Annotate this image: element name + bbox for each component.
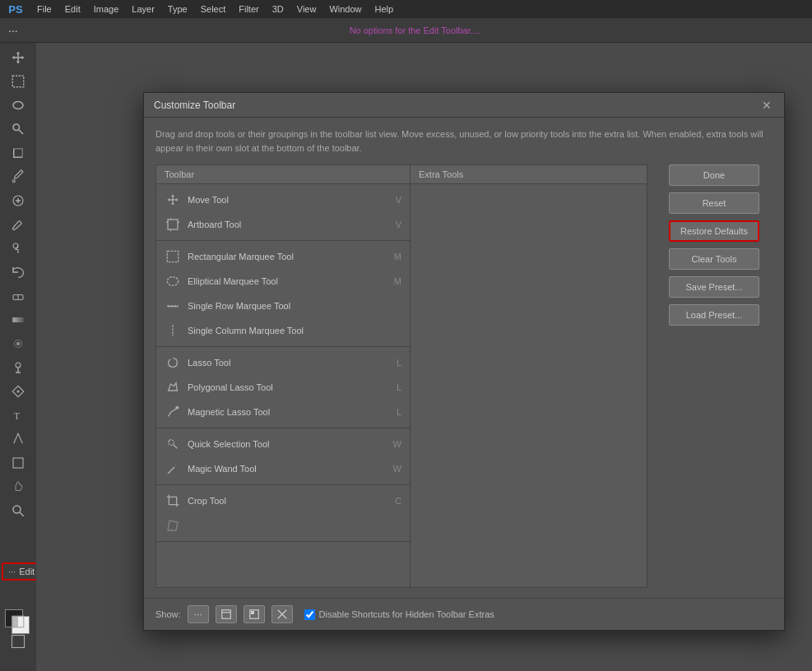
- svg-rect-0: [12, 76, 24, 87]
- restore-defaults-button[interactable]: Restore Defaults: [669, 220, 759, 242]
- tool-group-lasso: Lasso Tool L Polygonal Lasso Tool L: [156, 347, 410, 428]
- tool-path-select[interactable]: [3, 428, 33, 451]
- tool-pen[interactable]: [3, 380, 33, 403]
- tool-crop[interactable]: [3, 141, 33, 164]
- tool-brush[interactable]: [3, 213, 33, 236]
- footer-icon-btn3[interactable]: [271, 605, 293, 623]
- svg-point-13: [16, 342, 21, 346]
- tool-row-mag-lasso[interactable]: Magnetic Lasso Tool L: [156, 400, 410, 424]
- disable-shortcuts-label[interactable]: Disable Shortcuts for Hidden Toolbar Ext…: [319, 609, 494, 619]
- tool-clone[interactable]: [3, 237, 33, 260]
- footer-icon-btn1[interactable]: [216, 605, 237, 623]
- tool-group-move: Move Tool V Artboard Tool V: [156, 184, 410, 241]
- tool-text[interactable]: T: [3, 404, 33, 427]
- save-preset-button[interactable]: Save Preset...: [669, 276, 759, 298]
- options-dots[interactable]: ···: [8, 24, 18, 37]
- svg-rect-23: [12, 616, 18, 627]
- single-row-marquee-icon: [165, 298, 181, 314]
- poly-lasso-tool-name: Polygonal Lasso Tool: [188, 382, 382, 392]
- tool-row-artboard[interactable]: Artboard Tool V: [156, 212, 410, 237]
- tool-hand[interactable]: [3, 475, 33, 498]
- extra-tools-header: Extra Tools: [411, 165, 647, 184]
- tool-row-poly-lasso[interactable]: Polygonal Lasso Tool L: [156, 375, 410, 400]
- tool-blur[interactable]: [3, 332, 33, 355]
- footer-icon-btn2[interactable]: [244, 605, 265, 623]
- clear-tools-button[interactable]: Clear Tools: [669, 248, 759, 270]
- tool-quick-mask[interactable]: [3, 612, 33, 632]
- menu-help[interactable]: Help: [369, 2, 400, 16]
- show-label: Show:: [155, 609, 181, 619]
- menu-image[interactable]: Image: [88, 2, 125, 16]
- tool-lasso[interactable]: [3, 94, 33, 117]
- ellipse-marquee-shortcut: M: [388, 276, 401, 286]
- tool-screen-mode[interactable]: [3, 630, 33, 653]
- done-button[interactable]: Done: [669, 164, 759, 186]
- menu-type[interactable]: Type: [162, 2, 193, 16]
- svg-point-4: [12, 180, 15, 183]
- menu-select[interactable]: Select: [195, 2, 232, 16]
- svg-rect-24: [12, 636, 25, 648]
- footer-dots-btn[interactable]: ···: [188, 605, 209, 623]
- magic-wand-tool-name: Magic Wand Tool: [188, 464, 382, 474]
- footer-checkbox-container: Disable Shortcuts for Hidden Toolbar Ext…: [304, 609, 494, 620]
- tool-row-ellipse-marquee[interactable]: Elliptical Marquee Tool M: [156, 269, 410, 294]
- dialog-overlay: Customize Toolbar ✕ Drag and drop tools …: [36, 43, 812, 671]
- svg-rect-41: [251, 612, 253, 614]
- edit-toolbar-dots: ···: [8, 567, 16, 576]
- customize-toolbar-dialog: Customize Toolbar ✕ Drag and drop tools …: [143, 92, 785, 631]
- load-preset-button[interactable]: Load Preset...: [669, 304, 759, 326]
- tool-marquee[interactable]: [3, 70, 33, 93]
- svg-rect-30: [167, 251, 178, 261]
- columns-container: Toolbar Move Tool V: [155, 164, 647, 588]
- menu-filter[interactable]: Filter: [233, 2, 264, 16]
- menu-3d[interactable]: 3D: [267, 2, 290, 16]
- rect-marquee-icon: [165, 248, 181, 265]
- menu-window[interactable]: Window: [323, 2, 367, 16]
- poly-lasso-shortcut: L: [388, 382, 401, 392]
- reset-button[interactable]: Reset: [669, 192, 759, 214]
- tool-row-crop[interactable]: Crop Tool C: [156, 488, 410, 513]
- svg-rect-19: [13, 458, 23, 468]
- menu-view[interactable]: View: [291, 2, 322, 16]
- lasso-shortcut: L: [388, 358, 401, 368]
- menu-edit[interactable]: Edit: [59, 2, 86, 16]
- toolbar-list[interactable]: Move Tool V Artboard Tool V: [156, 184, 410, 587]
- tool-shape[interactable]: [3, 451, 33, 474]
- tool-row-perspective-crop[interactable]: [156, 513, 410, 538]
- tool-row-quick-select[interactable]: Quick Selection Tool W: [156, 432, 410, 456]
- ps-logo: PS: [7, 0, 25, 18]
- svg-rect-38: [221, 610, 230, 619]
- tool-history-brush[interactable]: [3, 261, 33, 284]
- dialog-footer: Show: ··· Disable Shortcuts for Hidden T…: [144, 598, 784, 630]
- tool-eraser[interactable]: [3, 285, 33, 308]
- dialog-close-button[interactable]: ✕: [759, 98, 774, 113]
- tool-row-rect-marquee[interactable]: Rectangular Marquee Tool M: [156, 244, 410, 269]
- svg-line-37: [168, 467, 174, 474]
- tool-zoom[interactable]: [3, 499, 33, 522]
- tool-dodge[interactable]: [3, 356, 33, 379]
- svg-point-1: [13, 102, 23, 109]
- svg-point-17: [17, 391, 20, 393]
- disable-shortcuts-checkbox[interactable]: [304, 609, 315, 620]
- menu-file[interactable]: File: [31, 2, 58, 16]
- tool-row-single-col[interactable]: Single Column Marquee Tool: [156, 318, 410, 343]
- dialog-description: Drag and drop tools or their groupings i…: [155, 127, 773, 155]
- action-buttons-panel: Done Reset Restore Defaults Clear Tools …: [657, 164, 773, 588]
- tool-row-lasso[interactable]: Lasso Tool L: [156, 350, 410, 375]
- ellipse-marquee-tool-name: Elliptical Marquee Tool: [188, 276, 382, 286]
- tool-gradient[interactable]: [3, 308, 33, 331]
- menu-layer[interactable]: Layer: [126, 2, 160, 16]
- tool-eyedropper[interactable]: [3, 165, 33, 188]
- ellipse-marquee-icon: [165, 273, 181, 289]
- tool-quick-select[interactable]: [3, 118, 33, 141]
- toolbar-column-header: Toolbar: [156, 165, 410, 184]
- svg-point-2: [13, 124, 20, 131]
- svg-rect-11: [12, 317, 24, 322]
- tool-row-single-row[interactable]: Single Row Marquee Tool: [156, 294, 410, 318]
- tool-heal[interactable]: [3, 189, 33, 212]
- tool-row-magic-wand[interactable]: Magic Wand Tool W: [156, 456, 410, 481]
- tool-row-move[interactable]: Move Tool V: [156, 187, 410, 212]
- tool-group-selection: Quick Selection Tool W Magic Wand Tool W: [156, 428, 410, 485]
- tool-move[interactable]: [3, 46, 33, 69]
- single-col-marquee-icon: [165, 322, 181, 339]
